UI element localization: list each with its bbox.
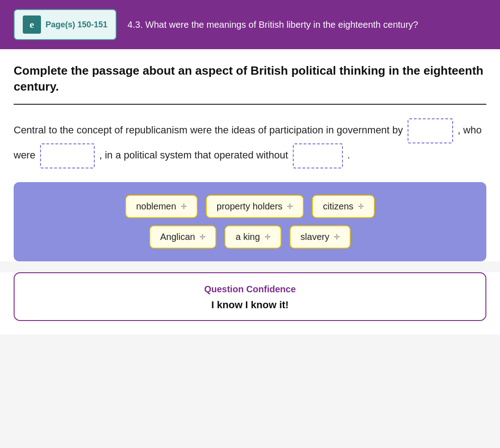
confidence-value: I know I know it! [24,299,476,311]
book-icon: e [23,15,41,34]
drag-icon-noblemen: ✛ [181,202,187,211]
page-header: e Page(s) 150-151 4.3. What were the mea… [0,0,500,49]
confidence-section: Question Confidence I know I know it! [14,272,486,321]
question-title: Complete the passage about an aspect of … [14,63,486,95]
drop-target-3[interactable] [293,143,343,168]
drag-icon-a-king: ✛ [265,233,270,241]
word-chip-citizens[interactable]: citizens ✛ [312,195,375,218]
drop-target-2[interactable] [40,143,95,168]
drag-icon-anglican: ✛ [199,233,205,241]
drag-icon-property-holders: ✛ [287,202,293,211]
word-bank-row-1: noblemen ✛ property holders ✛ citizens ✛ [125,195,375,218]
divider [14,104,486,105]
passage-middle2: , in a political system that operated wi… [99,150,288,161]
main-content: Complete the passage about an aspect of … [0,49,500,261]
word-chip-anglican-label: Anglican [160,232,195,242]
word-chip-noblemen-label: noblemen [136,201,176,212]
word-chip-slavery-label: slavery [301,232,329,242]
passage-before: Central to the concept of republicanism … [14,125,403,136]
word-bank-row-2: Anglican ✛ a king ✛ slavery ✛ [149,225,351,249]
drag-icon-citizens: ✛ [358,202,364,211]
word-chip-anglican[interactable]: Anglican ✛ [149,225,217,249]
passage-end: . [347,150,350,161]
word-chip-a-king[interactable]: a king ✛ [224,225,281,249]
passage-text: Central to the concept of republicanism … [14,118,486,168]
header-subtitle: 4.3. What were the meanings of British l… [128,18,418,31]
page-badge: e Page(s) 150-151 [14,9,117,40]
word-chip-a-king-label: a king [235,232,260,242]
word-bank: noblemen ✛ property holders ✛ citizens ✛… [14,182,486,261]
page-label: Page(s) 150-151 [46,20,107,30]
word-chip-citizens-label: citizens [323,201,353,212]
confidence-title: Question Confidence [24,284,476,295]
drop-target-1[interactable] [408,118,453,143]
word-chip-property-holders-label: property holders [217,201,283,212]
drag-icon-slavery: ✛ [334,233,340,241]
word-chip-slavery[interactable]: slavery ✛ [290,225,351,249]
word-chip-noblemen[interactable]: noblemen ✛ [125,195,198,218]
word-chip-property-holders[interactable]: property holders ✛ [206,195,304,218]
